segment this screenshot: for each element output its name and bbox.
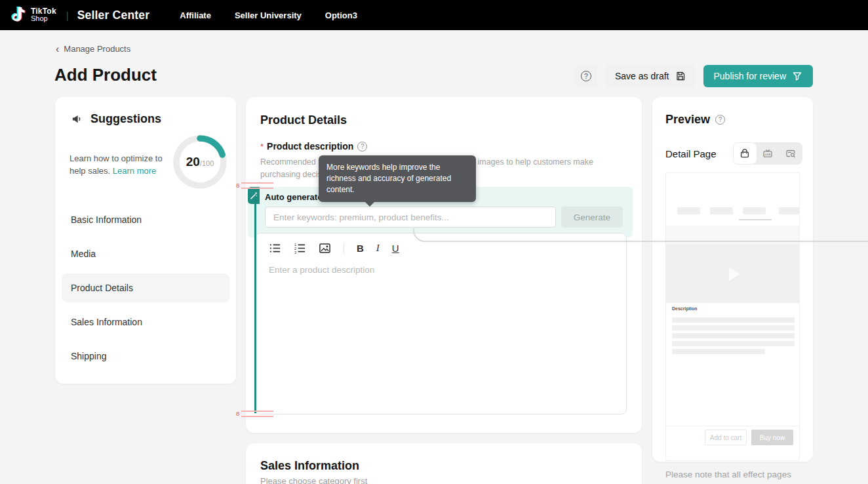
suggestions-card: Suggestions Learn how to optimize to hel…: [55, 97, 236, 384]
page-actions: ? Save as draft Publish for review: [575, 65, 813, 87]
skeleton-pill: [710, 207, 733, 214]
mockup-footer-divider: [666, 426, 799, 426]
publish-for-review-button[interactable]: Publish for review: [703, 65, 814, 87]
top-bar: TikTok Shop | Seller Center Affiliate Se…: [0, 0, 868, 30]
preview-tabs: LIVE: [733, 142, 802, 165]
tab-browse[interactable]: [779, 143, 802, 164]
preview-help-icon[interactable]: ?: [715, 115, 725, 125]
nav-affiliate[interactable]: Affiliate: [180, 10, 211, 20]
tiktok-shop-logo[interactable]: TikTok Shop: [10, 7, 56, 24]
back-chevron-icon: ‹: [56, 45, 59, 53]
product-description-label: Product description: [267, 141, 353, 151]
tiktok-note-icon: [10, 7, 26, 24]
sidebar-item-sales-information[interactable]: Sales Information: [62, 308, 229, 336]
keywords-tooltip: More keywords help improve the richness …: [319, 155, 476, 202]
score-value: 20: [186, 155, 200, 169]
svg-text:3: 3: [294, 251, 296, 254]
page-title: Add Product: [54, 65, 157, 85]
magic-wand-icon: [250, 192, 258, 200]
nav-option3[interactable]: Option3: [325, 10, 357, 20]
score-total: /100: [200, 159, 214, 167]
editor-toolbar: 1 2 3 B I U: [256, 233, 626, 254]
question-circle-icon: ?: [581, 71, 591, 81]
bold-button[interactable]: B: [357, 243, 364, 254]
bullet-list-icon[interactable]: [269, 242, 281, 254]
breadcrumb-label: Manage Products: [64, 44, 130, 54]
magic-wand-badge: [248, 187, 260, 204]
suggestions-nav: Basic Information Media Product Details …: [62, 205, 229, 376]
sidebar-item-product-details[interactable]: Product Details: [62, 273, 229, 302]
underline-button[interactable]: U: [392, 243, 399, 254]
editor-placeholder: Enter a product description: [256, 254, 626, 285]
save-as-draft-label: Save as draft: [615, 71, 669, 81]
browse-search-icon: [785, 148, 797, 159]
app-name: Seller Center: [77, 9, 150, 22]
nav-seller-university[interactable]: Seller University: [235, 10, 302, 20]
skeleton-band: [666, 226, 799, 244]
video-placeholder: [666, 244, 799, 303]
sales-information-title: Sales Information: [260, 459, 359, 473]
brand-line2: Shop: [31, 15, 56, 22]
save-as-draft-button[interactable]: Save as draft: [605, 65, 696, 87]
preview-title: Preview: [665, 113, 710, 127]
sales-information-card: Sales Information Please choose category…: [246, 443, 642, 484]
teal-accent-line: [254, 204, 256, 413]
learn-more-link[interactable]: Learn more: [113, 166, 156, 176]
detail-page-label: Detail Page: [665, 148, 717, 159]
play-icon: [729, 267, 740, 281]
skeleton-line: [672, 317, 795, 323]
sidebar-item-shipping[interactable]: Shipping: [62, 342, 229, 371]
suggestions-title: Suggestions: [90, 112, 161, 126]
sidebar-item-basic-information[interactable]: Basic Information: [62, 205, 229, 234]
detail-page-mockup: Description Add to cart Buy now: [665, 172, 800, 461]
italic-button[interactable]: I: [376, 243, 380, 254]
breadcrumb[interactable]: ‹ Manage Products: [56, 44, 130, 54]
add-to-cart-button: Add to cart: [705, 430, 747, 445]
preview-note: Please note that all effect pages are: [665, 468, 806, 484]
sidebar-item-media[interactable]: Media: [62, 239, 229, 268]
funnel-icon: [792, 71, 802, 81]
numbered-list-icon[interactable]: 1 2 3: [294, 242, 306, 254]
keywords-input[interactable]: [265, 207, 556, 228]
skeleton-line: [672, 341, 795, 346]
save-icon: [675, 71, 686, 81]
top-nav: Affiliate Seller University Option3: [180, 10, 357, 20]
svg-text:LIVE: LIVE: [765, 153, 771, 156]
auto-generate-module: Auto generate product description ? Gene…: [248, 187, 633, 416]
tab-shopping-bag[interactable]: [734, 143, 757, 164]
megaphone-icon: [71, 113, 83, 125]
product-details-title: Product Details: [260, 113, 347, 127]
generate-button[interactable]: Generate: [561, 207, 623, 228]
shopping-bag-icon: [739, 148, 751, 159]
required-asterisk: *: [260, 142, 264, 151]
description-editor[interactable]: 1 2 3 B I U Enter: [255, 233, 627, 414]
skeleton-pill: [779, 207, 800, 214]
skeleton-line: [672, 325, 795, 331]
description-help-icon[interactable]: ?: [357, 142, 367, 151]
mockup-description-label: Description: [672, 306, 698, 311]
skeleton-pill: [677, 207, 700, 214]
skeleton-line: [672, 333, 795, 338]
skeleton-tab-underline: [739, 219, 772, 220]
product-details-card: Product Details * Product description ? …: [246, 97, 642, 433]
live-tv-icon: LIVE: [762, 148, 774, 159]
preview-card: Preview ? Detail Page LIVE: [652, 97, 813, 462]
buy-now-button: Buy now: [751, 430, 793, 445]
skeleton-pill: [743, 207, 766, 214]
publish-label: Publish for review: [714, 71, 787, 81]
sales-information-subtitle: Please choose category first: [260, 476, 367, 484]
tab-live[interactable]: LIVE: [757, 143, 779, 164]
skeleton-line: [672, 349, 765, 354]
help-button[interactable]: ?: [575, 65, 597, 87]
suggestions-description: Learn how to optimize to help sales. Lea…: [69, 152, 169, 177]
optimization-score-ring: 20 /100: [172, 134, 227, 190]
header-divider: |: [66, 10, 69, 21]
toolbar-divider: [344, 243, 344, 254]
insert-image-icon[interactable]: [319, 242, 331, 254]
